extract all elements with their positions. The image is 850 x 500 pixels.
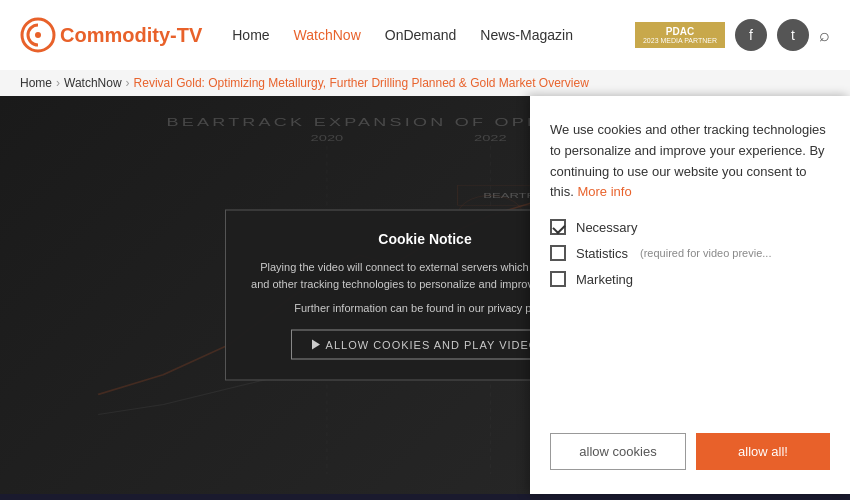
logo-icon [20, 17, 56, 53]
cookie-buttons: allow cookies allow all! [550, 433, 830, 470]
svg-point-1 [35, 32, 41, 38]
nav-home[interactable]: Home [232, 27, 269, 43]
video-allow-cookies-button[interactable]: ALLOW COOKIES AND PLAY VIDEO [291, 330, 560, 360]
marketing-checkbox[interactable] [550, 271, 566, 287]
statistics-label: Statistics [576, 246, 628, 261]
search-button[interactable]: ⌕ [819, 25, 830, 46]
video-cookie-btn-label: ALLOW COOKIES AND PLAY VIDEO [326, 339, 539, 351]
logo[interactable]: Commodity-TV [20, 17, 202, 53]
facebook-icon: f [749, 27, 753, 43]
facebook-button[interactable]: f [735, 19, 767, 51]
nav-news[interactable]: News-Magazin [480, 27, 573, 43]
more-info-link[interactable]: More info [577, 184, 631, 199]
twitter-button[interactable]: t [777, 19, 809, 51]
breadcrumb-watchnow[interactable]: WatchNow [64, 76, 122, 90]
breadcrumb-page: Revival Gold: Optimizing Metallurgy, Fur… [134, 76, 589, 90]
pdac-badge: PDAC 2023 MEDIA PARTNER [635, 22, 725, 48]
statistics-sublabel: (required for video previe... [640, 247, 771, 259]
breadcrumb-home[interactable]: Home [20, 76, 52, 90]
cookie-option-marketing: Marketing [550, 271, 830, 287]
play-icon [312, 340, 320, 350]
allow-all-button[interactable]: allow all! [696, 433, 830, 470]
nav-watchnow[interactable]: WatchNow [294, 27, 361, 43]
header-right: PDAC 2023 MEDIA PARTNER f t ⌕ [635, 19, 830, 51]
breadcrumb-sep-1: › [56, 76, 60, 90]
logo-text: Commodity-TV [60, 24, 202, 47]
header: Commodity-TV Home WatchNow OnDemand News… [0, 0, 850, 70]
marketing-label: Marketing [576, 272, 633, 287]
cookie-dialog-text: We use cookies and other tracking techno… [550, 120, 830, 203]
svg-text:2020: 2020 [311, 133, 344, 143]
cookie-option-statistics: Statistics (required for video previe... [550, 245, 830, 261]
necessary-label: Necessary [576, 220, 637, 235]
cookie-options: Necessary Statistics (required for video… [550, 219, 830, 287]
statistics-checkbox[interactable] [550, 245, 566, 261]
breadcrumb: Home › WatchNow › Revival Gold: Optimizi… [0, 70, 850, 96]
svg-text:2022: 2022 [474, 133, 507, 143]
main-nav: Home WatchNow OnDemand News-Magazin [232, 27, 573, 43]
nav-ondemand[interactable]: OnDemand [385, 27, 457, 43]
main-content: BEARTRACK EXPANSION OF OPPORTUNITIES 202… [0, 96, 850, 494]
allow-cookies-button[interactable]: allow cookies [550, 433, 686, 470]
necessary-checkbox[interactable] [550, 219, 566, 235]
cookie-consent-dialog: We use cookies and other tracking techno… [530, 96, 850, 494]
cookie-option-necessary: Necessary [550, 219, 830, 235]
breadcrumb-sep-2: › [126, 76, 130, 90]
search-icon: ⌕ [819, 25, 830, 45]
twitter-icon: t [791, 27, 795, 43]
pdac-sub: 2023 MEDIA PARTNER [643, 37, 717, 44]
pdac-text: PDAC [666, 26, 694, 37]
